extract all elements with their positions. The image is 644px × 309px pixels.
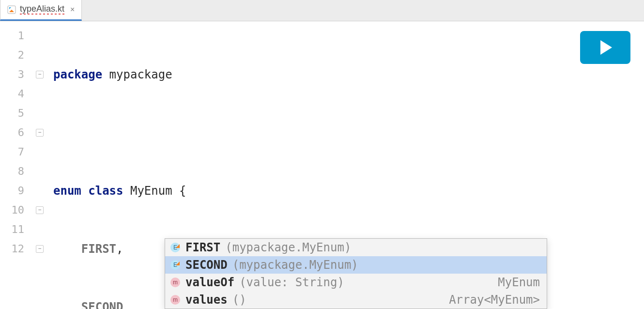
line-number: 7 [0, 142, 33, 162]
run-button[interactable] [580, 31, 630, 64]
close-tab-icon[interactable]: × [70, 5, 75, 14]
file-tab-label: typeAlias.kt [20, 4, 64, 15]
tab-bar: typeAlias.kt × [0, 0, 644, 21]
fold-toggle-icon[interactable]: − [36, 245, 44, 253]
completion-item[interactable]: m valueOf(value: String) MyEnum [165, 274, 547, 291]
line-number: 4 [0, 84, 33, 104]
completion-popup: E FIRST (mypackage.MyEnum) E SECOND (myp… [165, 238, 547, 309]
kotlin-file-icon [7, 5, 16, 14]
code-line: enum class MyEnum { [48, 181, 644, 201]
line-number: 2 [0, 46, 33, 65]
line-number: 3 [0, 65, 33, 84]
line-number-gutter: 1 2 3 4 5 6 7 8 9 10 11 12 [0, 21, 33, 309]
fold-toggle-icon[interactable]: − [36, 71, 44, 78]
code-line: package mypackage [48, 65, 644, 84]
line-number: 9 [0, 181, 33, 201]
svg-text:m: m [173, 279, 178, 286]
file-tab[interactable]: typeAlias.kt × [0, 0, 82, 21]
method-icon: m [170, 277, 181, 288]
line-number: 6 [0, 123, 33, 142]
line-number: 10 [0, 201, 33, 220]
fold-toggle-icon[interactable]: − [36, 206, 44, 214]
play-icon [596, 38, 615, 57]
line-number: 5 [0, 104, 33, 123]
line-number: 12 [0, 239, 33, 259]
code-line [48, 123, 644, 142]
enum-const-icon: E [170, 260, 181, 270]
fold-gutter: − − − − [33, 21, 48, 309]
line-number: 11 [0, 220, 33, 239]
completion-item[interactable]: m values() Array<MyEnum> [165, 291, 547, 309]
line-number: 1 [0, 26, 33, 46]
line-number: 8 [0, 162, 33, 181]
enum-const-icon: E [170, 242, 181, 253]
method-icon: m [170, 294, 181, 305]
svg-text:m: m [173, 296, 178, 303]
completion-item-selected[interactable]: E SECOND (mypackage.MyEnum) [165, 256, 547, 274]
fold-toggle-icon[interactable]: − [36, 129, 44, 137]
completion-item[interactable]: E FIRST (mypackage.MyEnum) [165, 239, 547, 256]
